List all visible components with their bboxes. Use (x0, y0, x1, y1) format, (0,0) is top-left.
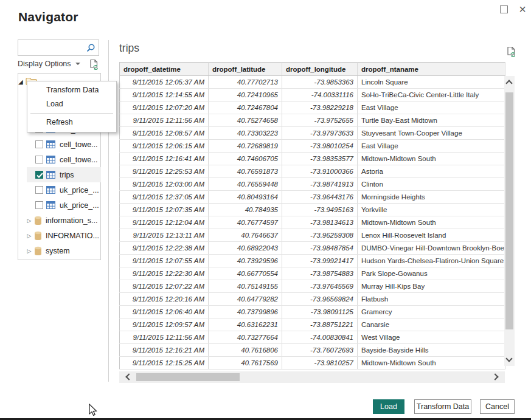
tree-item-uk-price[interactable]: uk_price_... (18, 198, 101, 213)
table-row: 9/11/2015 12:15:25 AM40.7617569-73.98102… (120, 357, 505, 370)
table-cell: 9/11/2015 12:07:35 AM (120, 204, 209, 216)
scroll-down-icon[interactable] (505, 355, 512, 362)
tree-item-label: uk_price_... (60, 201, 99, 210)
table-cell: 40.7646637 (209, 229, 282, 242)
table-cell: -73.96569824 (282, 293, 358, 306)
table-row: 9/11/2015 12:07:22 AM40.75149155-73.9764… (120, 280, 505, 293)
scroll-right-icon[interactable] (491, 373, 498, 380)
transform-data-button[interactable]: Transform Data (414, 399, 471, 414)
context-menu: Transform DataLoadRefresh (27, 81, 117, 133)
checkbox-unchecked[interactable] (35, 186, 43, 194)
table-cell: 40.72467804 (209, 102, 282, 114)
preview-refresh-icon[interactable] (506, 46, 516, 57)
table-cell: East Village (358, 102, 505, 114)
database-icon (34, 231, 42, 241)
expand-triangle-icon[interactable]: ▷ (26, 218, 33, 224)
table-cell: 40.76559448 (209, 178, 282, 191)
table-cell: 9/11/2015 12:15:25 AM (120, 357, 209, 370)
tree-item-label: uk_price_... (60, 186, 99, 195)
table-cell: 40.63162231 (209, 318, 282, 331)
table-cell: Bayside-Bayside Hills (358, 344, 505, 357)
table-cell: -74.00830841 (282, 331, 358, 344)
expand-triangle-icon[interactable]: ▷ (26, 233, 33, 239)
tree-item-system[interactable]: ▷ system (18, 243, 101, 258)
table-icon (46, 171, 55, 179)
checkbox-checked[interactable] (35, 171, 43, 179)
table-cell: Gramercy (358, 306, 505, 318)
horizontal-scrollbar[interactable] (119, 371, 505, 383)
load-button[interactable]: Load (373, 399, 404, 414)
table-cell: 9/11/2015 12:37:05 AM (120, 191, 209, 204)
table-cell: 40.75274658 (209, 114, 282, 127)
table-cell: 40.73303223 (209, 127, 282, 140)
table-cell: 9/11/2015 12:06:40 AM (120, 306, 209, 318)
table-cell: -73.98229218 (282, 102, 358, 114)
table-cell: 9/11/2015 12:07:20 AM (120, 102, 209, 114)
checkbox-unchecked[interactable] (35, 156, 43, 164)
tree-item-label: cell_towe... (60, 140, 98, 149)
table-cell: Park Slope-Gowanus (358, 267, 505, 280)
table-cell: SoHo-TriBeCa-Civic Center-Little Italy (358, 89, 505, 102)
tree-item-cell-towe[interactable]: cell_towe... (18, 152, 101, 167)
table-cell: 40.72689819 (209, 140, 282, 153)
table-row: 9/11/2015 12:06:40 AM40.73799896-73.9809… (120, 306, 505, 318)
table-cell: -73.96443176 (282, 191, 358, 204)
table-cell: 9/11/2015 12:06:15 AM (120, 140, 209, 153)
database-icon (34, 216, 42, 225)
table-icon (46, 140, 55, 148)
checkbox-unchecked[interactable] (35, 140, 43, 148)
table-cell: 40.75149155 (209, 280, 282, 293)
tree-item-cell-towe[interactable]: cell_towe... (18, 137, 101, 152)
scroll-left-icon[interactable] (125, 373, 132, 380)
table-row: 9/11/2015 12:13:11 AM40.7646637-73.96259… (120, 229, 505, 242)
table-cell: -73.9752655 (282, 114, 358, 127)
tree-item-trips[interactable]: trips (27, 167, 101, 182)
table-cell: Midtown-Midtown South (358, 216, 505, 229)
table-cell: 40.64779282 (209, 293, 282, 306)
dialog-title: Navigator (18, 10, 78, 24)
table-cell: -73.88751221 (282, 318, 358, 331)
tree-item-uk-price[interactable]: uk_price_... (18, 182, 101, 198)
column-header-dropoff_longitude: dropoff_longitude (282, 63, 358, 76)
database-icon (34, 246, 42, 256)
table-cell: 9/11/2015 12:13:11 AM (120, 229, 209, 242)
checkbox-unchecked[interactable] (35, 201, 43, 209)
navigator-dialog: Navigator × Display Options ◢ cell_towe.… (0, 0, 531, 420)
tree-item-label: information_s... (46, 216, 97, 225)
table-cell: 40.73799896 (209, 306, 282, 318)
menu-item-load[interactable]: Load (27, 97, 116, 111)
menu-separator (30, 113, 113, 114)
data-preview-table: dropoff_datetimedropoff_latitudedropoff_… (119, 62, 505, 370)
tree-item-information-s[interactable]: ▷ information_s... (18, 213, 101, 228)
search-input[interactable] (21, 41, 84, 55)
table-cell: Astoria (358, 165, 505, 178)
maximize-icon[interactable] (500, 5, 508, 13)
menu-item-refresh[interactable]: Refresh (27, 115, 116, 129)
table-cell: 40.77702713 (209, 76, 282, 89)
sidebar-refresh-icon[interactable] (89, 59, 99, 70)
table-cell: 9/11/2015 12:05:37 AM (120, 76, 209, 89)
table-cell: -73.96259308 (282, 229, 358, 242)
horizontal-scroll-thumb[interactable] (136, 373, 240, 381)
vertical-scrollbar[interactable] (504, 76, 515, 366)
tree-item-informatio[interactable]: ▷ INFORMATIO... (18, 228, 101, 243)
table-cell: Lincoln Square (358, 76, 505, 89)
scroll-up-icon[interactable] (505, 80, 512, 86)
table-cell: Murray Hill-Kips Bay (358, 280, 505, 293)
expand-triangle-icon[interactable]: ▷ (26, 248, 33, 254)
menu-item-transform-data[interactable]: Transform Data (27, 83, 116, 97)
collapse-triangle-icon[interactable]: ◢ (18, 78, 23, 85)
table-cell: 40.7617569 (209, 357, 282, 370)
table-cell: 9/11/2015 12:09:57 AM (120, 318, 209, 331)
table-row: 9/11/2015 12:11:56 AM40.73277664-74.0083… (120, 331, 505, 344)
search-icon[interactable] (86, 43, 95, 53)
table-row: 9/11/2015 12:07:55 AM40.73929596-73.9992… (120, 255, 505, 267)
cancel-button[interactable]: Cancel (480, 399, 515, 414)
tree-item-label: INFORMATIO... (46, 232, 99, 240)
vertical-scroll-thumb[interactable] (505, 92, 513, 329)
table-row: 9/11/2015 12:09:57 AM40.63162231-73.8875… (120, 318, 505, 331)
close-icon[interactable]: × (516, 1, 529, 17)
display-options-dropdown[interactable]: Display Options (18, 60, 71, 68)
table-cell: Clinton (358, 178, 505, 191)
tree-item-label: cell_towe... (60, 156, 98, 164)
